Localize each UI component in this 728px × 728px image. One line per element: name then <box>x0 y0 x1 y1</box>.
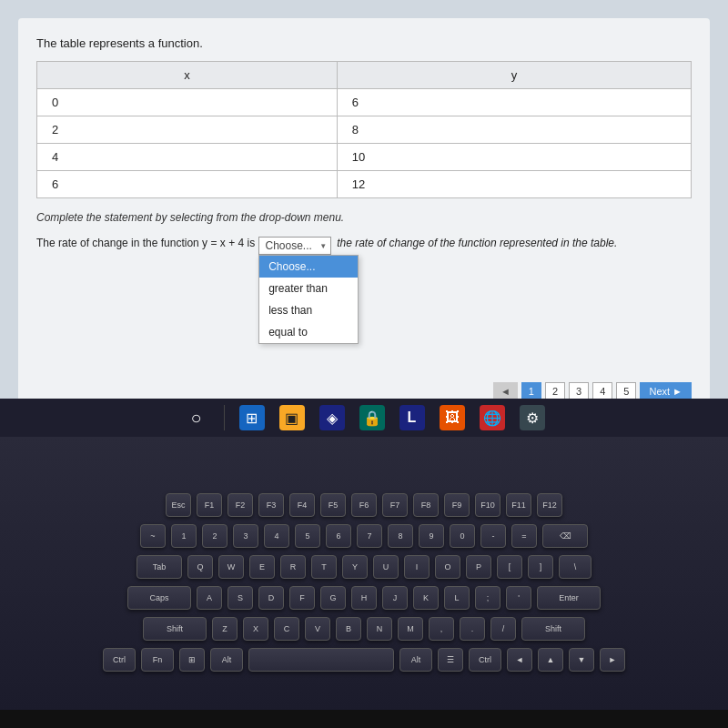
key-f10[interactable]: F10 <box>475 493 500 517</box>
key-f12[interactable]: F12 <box>537 493 562 517</box>
network-icon[interactable]: ◈ <box>319 405 345 430</box>
key-3[interactable]: 3 <box>233 524 258 548</box>
key-backspace[interactable]: ⌫ <box>542 524 588 548</box>
key-win[interactable]: ⊞ <box>179 648 205 672</box>
key-2[interactable]: 2 <box>202 524 228 548</box>
book-icon[interactable]: L <box>399 405 425 430</box>
grid-icon[interactable]: ⊞ <box>239 405 265 430</box>
key-left[interactable]: ◄ <box>507 648 532 672</box>
key-f5[interactable]: F5 <box>320 493 346 517</box>
key-slash[interactable]: / <box>490 617 516 641</box>
dropdown-item-choose[interactable]: Choose... <box>259 256 358 278</box>
key-ctrl-l[interactable]: Ctrl <box>103 648 136 672</box>
key-ctrl-r[interactable]: Ctrl <box>469 648 501 672</box>
key-n[interactable]: N <box>367 617 392 641</box>
key-i[interactable]: I <box>404 555 430 579</box>
key-fn[interactable]: Fn <box>141 648 174 672</box>
key-m[interactable]: M <box>398 617 423 641</box>
key-0[interactable]: 0 <box>450 524 475 548</box>
key-j[interactable]: J <box>382 586 408 610</box>
page-3-button[interactable]: 3 <box>569 382 589 400</box>
key-8[interactable]: 8 <box>388 524 413 548</box>
key-r[interactable]: R <box>280 555 306 579</box>
key-c[interactable]: C <box>274 617 299 641</box>
key-backslash[interactable]: \ <box>559 555 592 579</box>
key-6[interactable]: 6 <box>326 524 351 548</box>
key-z[interactable]: Z <box>212 617 238 641</box>
settings-icon[interactable]: ⚙ <box>520 405 545 430</box>
key-down[interactable]: ▼ <box>569 648 594 672</box>
key-right[interactable]: ► <box>600 648 625 672</box>
dropdown-item-equal-to[interactable]: equal to <box>259 321 358 343</box>
key-4[interactable]: 4 <box>264 524 289 548</box>
key-o[interactable]: O <box>435 555 460 579</box>
dropdown-menu[interactable]: Choose... greater than less than equal t… <box>258 255 359 344</box>
key-bracket-r[interactable]: ] <box>528 555 553 579</box>
key-space[interactable] <box>248 648 394 672</box>
key-t[interactable]: T <box>311 555 337 579</box>
key-enter[interactable]: Enter <box>537 586 601 610</box>
key-f6[interactable]: F6 <box>351 493 377 517</box>
key-caps[interactable]: Caps <box>127 586 191 610</box>
key-alt-r[interactable]: Alt <box>399 648 432 672</box>
key-g[interactable]: G <box>320 586 346 610</box>
page-4-button[interactable]: 4 <box>592 382 612 400</box>
page-1-button[interactable]: 1 <box>521 382 541 400</box>
key-minus[interactable]: - <box>480 524 506 548</box>
key-1[interactable]: 1 <box>171 524 197 548</box>
key-shift-l[interactable]: Shift <box>143 617 207 641</box>
comparison-dropdown-wrapper[interactable]: Choose... Choose... greater than less th… <box>258 237 331 255</box>
browser-icon[interactable]: 🌐 <box>480 405 505 430</box>
key-equals[interactable]: = <box>511 524 537 548</box>
key-f7[interactable]: F7 <box>382 493 408 517</box>
key-y[interactable]: Y <box>342 555 368 579</box>
key-q[interactable]: Q <box>187 555 213 579</box>
key-a[interactable]: A <box>197 586 222 610</box>
key-alt-l[interactable]: Alt <box>210 648 243 672</box>
folder-icon[interactable]: ▣ <box>279 405 305 430</box>
key-shift-r[interactable]: Shift <box>521 617 585 641</box>
photo-icon[interactable]: 🖼 <box>440 405 465 430</box>
key-e[interactable]: E <box>249 555 275 579</box>
key-f2[interactable]: F2 <box>228 493 253 517</box>
page-5-button[interactable]: 5 <box>616 382 636 400</box>
prev-page-button[interactable]: ◄ <box>493 382 518 400</box>
key-esc[interactable]: Esc <box>166 493 191 517</box>
page-2-button[interactable]: 2 <box>545 382 565 400</box>
key-f9[interactable]: F9 <box>444 493 470 517</box>
key-tilde[interactable]: ~ <box>140 524 166 548</box>
key-semicolon[interactable]: ; <box>475 586 500 610</box>
dropdown-button[interactable]: Choose... <box>258 237 331 255</box>
key-f3[interactable]: F3 <box>258 493 284 517</box>
key-up[interactable]: ▲ <box>538 648 563 672</box>
key-p[interactable]: P <box>466 555 491 579</box>
key-l[interactable]: L <box>444 586 470 610</box>
key-v[interactable]: V <box>305 617 330 641</box>
key-w[interactable]: W <box>218 555 244 579</box>
key-s[interactable]: S <box>228 586 253 610</box>
key-5[interactable]: 5 <box>295 524 320 548</box>
key-comma[interactable]: , <box>429 617 454 641</box>
key-h[interactable]: H <box>351 586 377 610</box>
start-button[interactable]: ○ <box>184 405 209 430</box>
dropdown-item-greater-than[interactable]: greater than <box>259 278 358 299</box>
key-f8[interactable]: F8 <box>413 493 439 517</box>
key-menu[interactable]: ☰ <box>438 648 463 672</box>
lock-icon[interactable]: 🔒 <box>359 405 385 430</box>
key-x[interactable]: X <box>243 617 268 641</box>
dropdown-item-less-than[interactable]: less than <box>259 299 358 321</box>
next-page-button[interactable]: Next ► <box>640 382 692 400</box>
key-bracket-l[interactable]: [ <box>497 555 522 579</box>
key-9[interactable]: 9 <box>419 524 444 548</box>
key-f1[interactable]: F1 <box>197 493 222 517</box>
key-tab[interactable]: Tab <box>136 555 182 579</box>
key-b[interactable]: B <box>336 617 361 641</box>
key-k[interactable]: K <box>413 586 439 610</box>
key-u[interactable]: U <box>373 555 399 579</box>
key-f[interactable]: F <box>289 586 315 610</box>
key-period[interactable]: . <box>460 617 485 641</box>
key-quote[interactable]: ' <box>506 586 531 610</box>
key-f4[interactable]: F4 <box>289 493 315 517</box>
key-7[interactable]: 7 <box>357 524 382 548</box>
key-f11[interactable]: F11 <box>506 493 531 517</box>
